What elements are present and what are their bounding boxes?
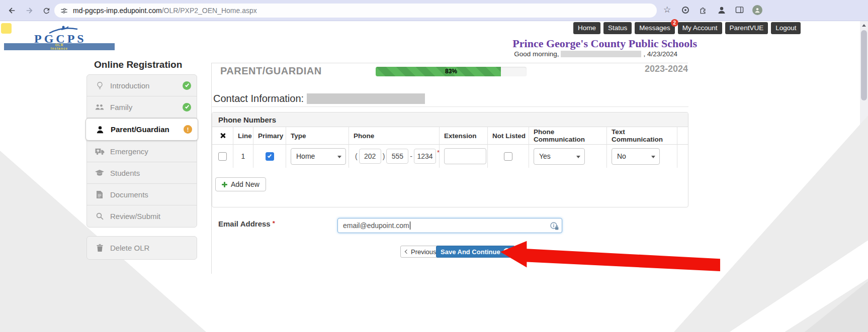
background-swoosh-right	[674, 116, 868, 332]
address-bar[interactable]: md-pgcps-imp.edupoint.com/OLR/PXP2_OEN_H…	[54, 4, 657, 18]
progress-label: 83%	[376, 67, 527, 76]
sidebar-item-label: Emergency	[110, 147, 148, 156]
phone-panel-title: Phone Numbers	[212, 113, 688, 127]
url-path: /OLR/PXP2_OEN_Home.aspx	[162, 7, 257, 15]
greeting-prefix: Good morning,	[514, 50, 559, 58]
contact-title: Contact Information:	[213, 93, 304, 104]
top-nav: Home Status Messages2 My Account ParentV…	[573, 22, 801, 34]
text-comm-select[interactable]: No	[612, 148, 660, 165]
column-header-spare	[677, 127, 688, 145]
email-label: Email Address *	[218, 219, 275, 228]
sidebar-nav: Introduction Family Parent/Guardian ! Em…	[86, 74, 197, 228]
phone-area-input[interactable]	[359, 149, 381, 164]
school-year: 2023-2024	[645, 64, 688, 74]
phone-comm-select[interactable]: Yes	[534, 148, 585, 165]
phone-prefix-input[interactable]	[386, 149, 408, 164]
phone-table-header: Line Primary Type Phone Extension Not Li…	[212, 127, 688, 145]
sidebar-item-label: Parent/Guardian	[111, 125, 169, 134]
sidebar-item-label: Students	[110, 169, 140, 177]
users-icon	[95, 103, 105, 110]
grad-cap-icon	[95, 170, 105, 176]
text-caret	[410, 222, 410, 230]
sidebar-item-documents[interactable]: Documents	[87, 184, 197, 205]
sidebar-item-review-submit[interactable]: Review/Submit	[87, 205, 197, 227]
nav-status-button[interactable]: Status	[603, 22, 632, 34]
primary-checkbox[interactable]	[266, 152, 274, 161]
previous-label: Previous	[411, 248, 437, 256]
side-panel-icon[interactable]	[734, 5, 745, 15]
sidebar-item-label: Documents	[110, 190, 148, 199]
redacted-contact-name	[307, 93, 425, 104]
delete-column-header	[212, 127, 233, 145]
nav-messages-label: Messages	[639, 24, 670, 32]
browser-toolbar: md-pgcps-imp.edupoint.com/OLR/PXP2_OEN_H…	[0, 0, 868, 21]
info-lock-icon	[550, 222, 559, 231]
sticky-note	[1, 23, 12, 34]
previous-button[interactable]: Previous	[400, 246, 442, 258]
phone-line-input[interactable]	[414, 149, 436, 164]
sidebar-item-label: Family	[110, 103, 132, 112]
contact-heading: Contact Information:	[213, 93, 425, 104]
column-header-extension: Extension	[440, 127, 488, 145]
sidebar-item-label: Review/Submit	[110, 212, 160, 220]
browser-window: md-pgcps-imp.edupoint.com/OLR/PXP2_OEN_H…	[0, 0, 868, 332]
nav-my-account-button[interactable]: My Account	[678, 22, 722, 34]
nav-home-button[interactable]: Home	[573, 22, 600, 34]
url-text: md-pgcps-imp.edupoint.com/OLR/PXP2_OEN_H…	[73, 7, 257, 15]
scrollbar-thumb[interactable]	[861, 30, 867, 100]
back-icon[interactable]	[6, 5, 18, 17]
column-header-type: Type	[286, 127, 349, 145]
bookmark-star-icon[interactable]: ☆	[662, 5, 672, 15]
email-field[interactable]: email@edupoint.com	[337, 218, 562, 233]
sidebar-item-parent-guardian[interactable]: Parent/Guardian !	[85, 118, 198, 141]
sidebar-item-delete-olr[interactable]: Delete OLR	[86, 236, 197, 260]
nav-messages-button[interactable]: Messages2	[635, 22, 675, 34]
reload-icon[interactable]	[40, 5, 52, 17]
required-asterisk: *	[437, 149, 440, 156]
chevron-left-icon	[405, 250, 409, 254]
url-host: md-pgcps-imp.edupoint.com	[73, 7, 162, 15]
phone-numbers-panel: Phone Numbers Line Primary Type Phone Ex…	[212, 112, 688, 207]
user-icon	[95, 126, 105, 134]
scroll-up-icon[interactable]	[860, 21, 868, 29]
extensions-puzzle-icon[interactable]	[698, 5, 709, 15]
toolbar-circle-icon[interactable]	[680, 5, 690, 15]
profile-person-icon[interactable]	[716, 5, 727, 15]
add-new-button[interactable]: Add New	[215, 177, 266, 191]
phone-type-value: Home	[296, 152, 315, 160]
add-new-label: Add New	[231, 180, 259, 188]
warning-icon: !	[184, 125, 192, 134]
site-info-icon[interactable]	[60, 7, 68, 15]
trash-icon	[95, 244, 105, 252]
row-delete-checkbox[interactable]	[218, 152, 227, 161]
browser-avatar[interactable]	[752, 5, 762, 15]
text-comm-value: No	[617, 152, 626, 160]
complete-check-icon	[183, 81, 191, 90]
sidebar-item-emergency[interactable]: Emergency	[87, 141, 197, 162]
district-title: Prince George's County Public Schools	[512, 37, 697, 50]
nav-logout-button[interactable]: Logout	[771, 22, 801, 34]
lightbulb-icon	[95, 81, 105, 90]
line-number: 1	[233, 145, 253, 168]
phone-type-select[interactable]: Home	[291, 148, 346, 165]
sidebar-item-introduction[interactable]: Introduction	[87, 75, 197, 96]
forward-icon[interactable]	[23, 5, 35, 17]
sidebar-item-label: Delete OLR	[110, 244, 149, 252]
email-label-text: Email Address	[218, 219, 271, 228]
x-icon	[220, 133, 226, 139]
nav-parentvue-button[interactable]: ParentVUE	[725, 22, 768, 34]
phone-comm-value: Yes	[539, 152, 551, 160]
email-value: email@edupoint.com	[343, 222, 409, 230]
not-listed-checkbox[interactable]	[504, 152, 512, 161]
logo-banner-line1: OLR	[4, 43, 115, 47]
column-header-text-comm: Text Communication	[607, 127, 677, 145]
phone-table-row: 1 Home ( ) - *	[212, 145, 688, 168]
sidebar-item-students[interactable]: Students	[87, 162, 197, 184]
divider	[212, 106, 688, 107]
column-header-primary: Primary	[253, 127, 286, 145]
sidebar-item-family[interactable]: Family	[87, 96, 197, 118]
extension-input[interactable]	[444, 148, 486, 164]
phone-dash: -	[410, 152, 412, 160]
messages-badge: 2	[671, 19, 678, 27]
logo-banner-line2: Instance	[4, 47, 115, 50]
